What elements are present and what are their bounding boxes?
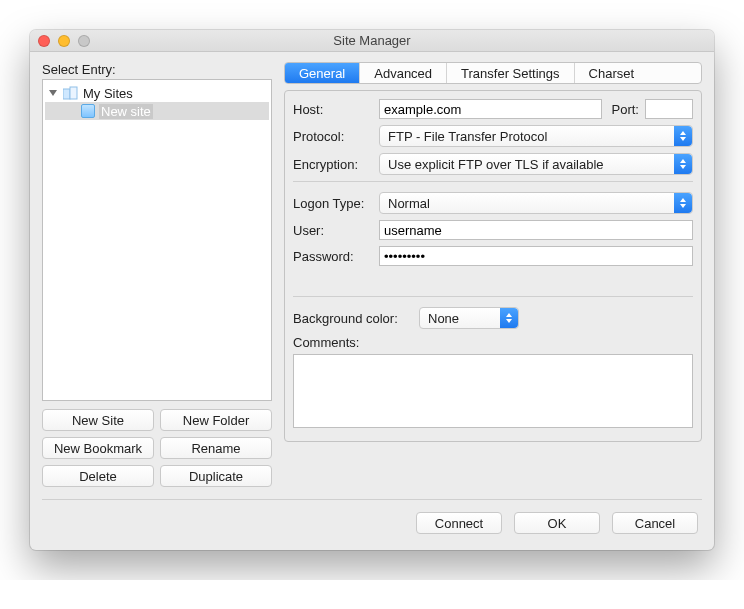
updown-icon (500, 308, 518, 328)
server-icon (81, 104, 95, 118)
separator (293, 296, 693, 297)
new-site-button[interactable]: New Site (42, 409, 154, 431)
bgcolor-label: Background color: (293, 311, 413, 326)
site-tree[interactable]: My Sites New site (42, 79, 272, 401)
connect-button[interactable]: Connect (416, 512, 502, 534)
comments-textarea[interactable] (293, 354, 693, 428)
rename-button[interactable]: Rename (160, 437, 272, 459)
password-input[interactable] (379, 246, 693, 266)
tab-charset[interactable]: Charset (575, 63, 649, 83)
duplicate-button[interactable]: Duplicate (160, 465, 272, 487)
tree-item-new-site[interactable]: New site (45, 102, 269, 120)
encryption-select[interactable]: Use explicit FTP over TLS if available (379, 153, 693, 175)
new-folder-button[interactable]: New Folder (160, 409, 272, 431)
user-input[interactable] (379, 220, 693, 240)
separator (293, 181, 693, 182)
encryption-value: Use explicit FTP over TLS if available (388, 157, 604, 172)
bgcolor-select[interactable]: None (419, 307, 519, 329)
tabbar: General Advanced Transfer Settings Chars… (284, 62, 702, 84)
svg-rect-1 (70, 87, 77, 99)
updown-icon (674, 154, 692, 174)
port-input[interactable] (645, 99, 693, 119)
ok-button[interactable]: OK (514, 512, 600, 534)
new-bookmark-button[interactable]: New Bookmark (42, 437, 154, 459)
protocol-select[interactable]: FTP - File Transfer Protocol (379, 125, 693, 147)
protocol-label: Protocol: (293, 129, 373, 144)
tab-advanced[interactable]: Advanced (360, 63, 447, 83)
updown-icon (674, 126, 692, 146)
tab-general[interactable]: General (285, 63, 360, 83)
password-label: Password: (293, 249, 373, 264)
tree-root[interactable]: My Sites (45, 84, 269, 102)
svg-rect-0 (63, 89, 70, 99)
cancel-button[interactable]: Cancel (612, 512, 698, 534)
encryption-label: Encryption: (293, 157, 373, 172)
tab-transfer-settings[interactable]: Transfer Settings (447, 63, 575, 83)
chevron-down-icon[interactable] (49, 90, 57, 96)
tree-root-label: My Sites (83, 86, 133, 101)
bgcolor-value: None (428, 311, 459, 326)
site-manager-window: Site Manager Select Entry: My Sites New … (30, 30, 714, 550)
user-label: User: (293, 223, 373, 238)
logon-type-label: Logon Type: (293, 196, 373, 211)
folder-icon (63, 86, 79, 100)
host-input[interactable] (379, 99, 602, 119)
general-panel: Host: Port: Protocol: FTP - File Transfe… (284, 90, 702, 442)
protocol-value: FTP - File Transfer Protocol (388, 129, 547, 144)
logon-type-value: Normal (388, 196, 430, 211)
window-title: Site Manager (30, 33, 714, 48)
delete-button[interactable]: Delete (42, 465, 154, 487)
host-label: Host: (293, 102, 373, 117)
updown-icon (674, 193, 692, 213)
comments-label: Comments: (293, 335, 693, 350)
port-label: Port: (612, 102, 639, 117)
logon-type-select[interactable]: Normal (379, 192, 693, 214)
dialog-footer: Connect OK Cancel (30, 500, 714, 550)
select-entry-label: Select Entry: (42, 62, 272, 77)
tree-item-label: New site (99, 104, 153, 119)
titlebar: Site Manager (30, 30, 714, 52)
